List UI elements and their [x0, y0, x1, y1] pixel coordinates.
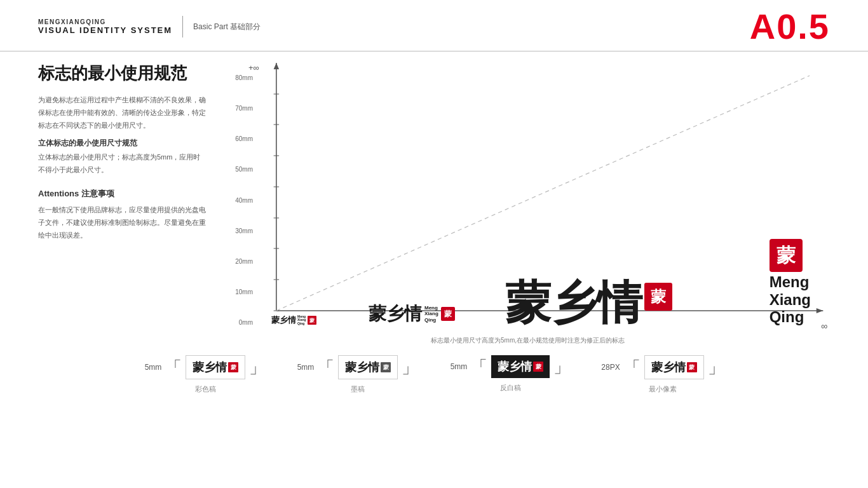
- y-axis: 0mm 10mm 20mm 30mm 40mm 50mm 60mm 70mm 8…: [226, 74, 256, 326]
- vis-system-label: VISUAL IDENTITY SYSTEM: [38, 25, 172, 35]
- y-label-70: 70mm: [226, 105, 256, 112]
- sample-label-2: 5mm: [297, 363, 315, 372]
- section-title: 标志的最小使用规范: [38, 63, 207, 85]
- left-panel: 标志的最小使用规范 为避免标志在运用过程中产生模糊不清的不良效果，确保标志在使用…: [38, 63, 207, 345]
- sample-label-1: 5mm: [145, 363, 162, 372]
- y-label-10: 10mm: [226, 288, 256, 295]
- sample-label-3: 5mm: [451, 362, 468, 371]
- y-label-60: 60mm: [226, 135, 256, 142]
- attentions-title: Attentions 注意事项: [38, 188, 207, 200]
- logo-chart-small: 蒙乡情 MengXiangQing 蒙: [271, 315, 316, 326]
- sample-caption-2: 墨稿: [351, 384, 365, 394]
- chart-caption: 标志最小使用尺寸高度为5mm,在最小规范使用时注意为修正后的标志: [226, 336, 830, 345]
- y-label-50: 50mm: [226, 166, 256, 173]
- brand-name: MENGXIANGQING: [38, 18, 172, 25]
- section-body2: 立体标志的最小使用尺寸；标志高度为5mm，应用时不得小于此最小尺寸。: [38, 151, 207, 177]
- y-label-80: 80mm: [226, 74, 256, 81]
- header-subtitle: Basic Part 基础部分: [193, 22, 261, 32]
- sample-ink: 5mm 「 蒙乡情 蒙 」 墨稿: [281, 355, 434, 394]
- section-subtitle1: 立体标志的最小使用尺寸规范: [38, 139, 207, 148]
- inf-right-label: ∞: [821, 321, 827, 331]
- sample-pixel: 28PX 「 蒙乡情 蒙 」 最小像素: [587, 355, 739, 394]
- section-body1: 为避免标志在运用过程中产生模糊不清的不良效果，确保标志在使用中能有效的、清晰的传…: [38, 93, 207, 132]
- header-code: A0.5: [750, 9, 830, 44]
- svg-line-13: [276, 76, 810, 311]
- y-label-30: 30mm: [226, 227, 256, 234]
- y-label-40: 40mm: [226, 197, 256, 204]
- svg-marker-3: [817, 308, 824, 313]
- y-label-20: 20mm: [226, 258, 256, 265]
- sample-reverse: 5mm 「 蒙乡情 蒙 」 反白稿: [434, 355, 587, 393]
- y-label-0: 0mm: [226, 319, 256, 326]
- header-divider: [182, 16, 183, 37]
- svg-marker-2: [274, 63, 279, 69]
- chart-area: +∞ 0mm 10mm 20mm 30mm 40mm 50mm 60mm 70m…: [226, 63, 830, 345]
- sample-caption-3: 反白稿: [500, 383, 521, 393]
- logo-chart-medium: 蒙乡情 MengXiangQing 蒙: [369, 302, 455, 326]
- sample-caption-1: 彩色稿: [195, 384, 216, 394]
- logo-chart-large: 蒙乡情 蒙: [505, 280, 672, 326]
- sample-color: 5mm 「 蒙乡情 蒙 」 彩色稿: [129, 355, 281, 394]
- attentions-body: 在一般情况下使用品牌标志，应尽量使用提供的光盘电子文件，不建议使用标准制图绘制标…: [38, 203, 207, 242]
- sample-label-4: 28PX: [601, 363, 620, 372]
- sample-caption-4: 最小像素: [649, 384, 677, 394]
- logo-chart-xlarge: 蒙 Meng Xiang Qing: [770, 239, 811, 326]
- samples-section: 5mm 「 蒙乡情 蒙 」 彩色稿 5mm 「 蒙乡情 蒙 」 墨稿 5mm 「: [0, 355, 868, 394]
- header-brand: MENGXIANGQING VISUAL IDENTITY SYSTEM: [38, 18, 172, 35]
